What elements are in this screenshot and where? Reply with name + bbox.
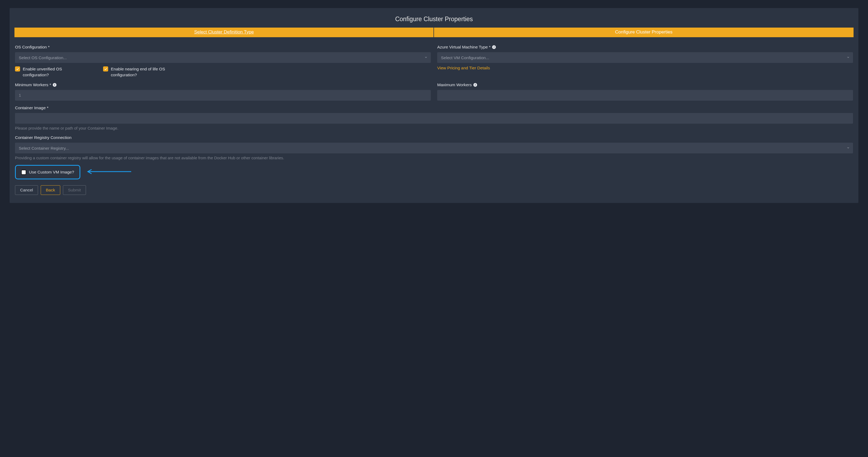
container-registry-select[interactable]: Select Container Registry...: [15, 143, 853, 153]
checkbox-empty-icon: [21, 170, 26, 175]
check-icon: [15, 66, 20, 71]
info-icon[interactable]: i: [492, 45, 496, 49]
container-image-label: Container Image *: [15, 105, 853, 110]
custom-vm-label: Use Custom VM Image?: [29, 170, 74, 175]
container-image-field: Container Image * Please provide the nam…: [15, 105, 853, 130]
arrow-left-icon: [86, 169, 132, 175]
custom-vm-highlight-row: Use Custom VM Image?: [15, 165, 853, 179]
info-icon[interactable]: i: [473, 83, 477, 87]
pricing-link[interactable]: View Pricing and Tier Details: [437, 66, 490, 70]
vm-type-select[interactable]: Select VM Configuration...: [437, 52, 853, 63]
min-workers-label: Minimum Workers * i: [15, 83, 431, 87]
back-button[interactable]: Back: [41, 185, 60, 195]
container-registry-field: Container Registry Connection Select Con…: [15, 135, 853, 160]
checkbox-unverified-os[interactable]: Enable unverified OS configuration?: [15, 66, 87, 78]
check-icon: [103, 66, 108, 71]
min-workers-input[interactable]: [15, 90, 431, 101]
form-grid: OS Configuration * Select OS Configurati…: [14, 45, 854, 179]
max-workers-input[interactable]: [437, 90, 853, 101]
step-select-cluster-definition-type[interactable]: Select Cluster Definition Type: [14, 28, 434, 37]
stepper: Select Cluster Definition Type Configure…: [14, 28, 854, 37]
container-image-input[interactable]: [15, 113, 853, 124]
vm-type-label-text: Azure Virtual Machine Type *: [437, 45, 491, 50]
max-workers-label-text: Maximum Workers: [437, 83, 472, 87]
min-workers-label-text: Minimum Workers *: [15, 83, 51, 87]
step-label: Configure Cluster Properties: [615, 29, 672, 34]
os-config-field: OS Configuration * Select OS Configurati…: [15, 45, 431, 78]
button-row: Cancel Back Submit: [14, 185, 854, 195]
checkbox-custom-vm[interactable]: Use Custom VM Image?: [21, 170, 74, 175]
custom-vm-highlight-box: Use Custom VM Image?: [15, 165, 80, 179]
os-config-label: OS Configuration *: [15, 45, 431, 50]
min-workers-field: Minimum Workers * i: [15, 83, 431, 101]
page-title: Configure Cluster Properties: [14, 16, 854, 23]
max-workers-field: Maximum Workers i: [437, 83, 853, 101]
container-registry-label: Container Registry Connection: [15, 135, 853, 140]
submit-button[interactable]: Submit: [63, 185, 86, 195]
os-config-select[interactable]: Select OS Configuration...: [15, 52, 431, 63]
os-config-checkboxes: Enable unverified OS configuration? Enab…: [15, 66, 431, 78]
vm-type-select-wrap: Select VM Configuration...: [437, 52, 853, 63]
checkbox-eol-os[interactable]: Enable nearing end of life OS configurat…: [103, 66, 175, 78]
container-registry-select-wrap: Select Container Registry...: [15, 143, 853, 153]
info-icon[interactable]: i: [53, 83, 57, 87]
max-workers-label: Maximum Workers i: [437, 83, 853, 87]
step-configure-cluster-properties[interactable]: Configure Cluster Properties: [434, 28, 854, 37]
vm-type-label: Azure Virtual Machine Type * i: [437, 45, 853, 50]
page-root: Configure Cluster Properties Select Clus…: [0, 0, 868, 214]
container-image-helper: Please provide the name or path of your …: [15, 126, 853, 130]
container-registry-helper: Providing a custom container registry wi…: [15, 156, 853, 160]
os-config-select-wrap: Select OS Configuration...: [15, 52, 431, 63]
config-panel: Configure Cluster Properties Select Clus…: [10, 8, 858, 203]
vm-type-field: Azure Virtual Machine Type * i Select VM…: [437, 45, 853, 78]
checkbox-eol-label: Enable nearing end of life OS configurat…: [111, 66, 175, 78]
checkbox-unverified-label: Enable unverified OS configuration?: [23, 66, 87, 78]
step-label: Select Cluster Definition Type: [194, 29, 254, 34]
cancel-button[interactable]: Cancel: [15, 185, 38, 195]
